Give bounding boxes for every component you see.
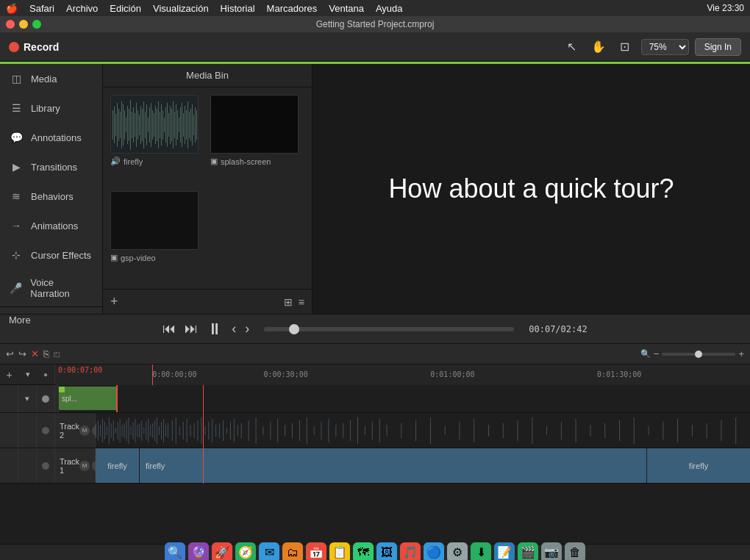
dock-siri[interactable]: 🔮: [188, 542, 209, 561]
dock-launchpad[interactable]: 🚀: [212, 542, 232, 561]
dock-trash[interactable]: 🗑: [565, 542, 585, 561]
sidebar-label-annotations: Annotations: [31, 132, 82, 143]
track3-in-marker: [59, 387, 65, 392]
track1-clip-long[interactable]: firefly: [140, 448, 647, 483]
menu-ayuda[interactable]: Ayuda: [376, 3, 403, 14]
svg-rect-137: [430, 417, 431, 444]
sidebar-item-transitions[interactable]: ▶ Transitions: [0, 152, 102, 182]
svg-rect-110: [226, 428, 227, 434]
menu-archivo[interactable]: Archivo: [66, 3, 98, 14]
svg-rect-40: [170, 106, 171, 144]
menu-ventana[interactable]: Ventana: [329, 3, 364, 14]
track3-clip[interactable]: spl...: [59, 387, 118, 410]
svg-rect-35: [162, 110, 163, 140]
svg-rect-130: [357, 417, 358, 444]
sidebar-item-animations[interactable]: → Animations: [0, 211, 102, 240]
dock-notes[interactable]: 📋: [329, 542, 350, 561]
track1-clip-short[interactable]: firefly: [96, 448, 140, 483]
dock-safari[interactable]: 🧭: [235, 542, 256, 561]
media-item-gsp-video[interactable]: ▣ gsp-video: [110, 191, 204, 281]
svg-rect-102: [197, 420, 198, 441]
sidebar-item-behaviors[interactable]: ≋ Behaviors: [0, 182, 102, 211]
svg-rect-91: [161, 422, 162, 439]
add-media-button[interactable]: +: [110, 294, 118, 309]
sidebar-item-library[interactable]: ☰ Library: [0, 93, 102, 123]
zoom-plus[interactable]: +: [738, 348, 744, 359]
track1-mute[interactable]: M: [79, 461, 90, 471]
traffic-lights[interactable]: [6, 20, 41, 29]
step-forward-button[interactable]: ›: [245, 321, 249, 337]
svg-rect-90: [159, 426, 160, 435]
minimize-button[interactable]: [19, 20, 28, 29]
apple-menu[interactable]: 🍎: [6, 3, 18, 14]
pointer-tool[interactable]: ↖: [562, 37, 582, 57]
sidebar-item-media[interactable]: ◫ Media: [0, 64, 102, 93]
sidebar-item-voice-narration[interactable]: 🎤 Voice Narration: [0, 270, 102, 306]
copy-button[interactable]: ⎘: [43, 348, 49, 359]
menu-edicion[interactable]: Edición: [110, 3, 141, 14]
sign-in-button[interactable]: Sign In: [695, 38, 741, 56]
crop-tool[interactable]: ⊡: [615, 37, 635, 57]
dock-settings[interactable]: ⚙: [447, 542, 468, 561]
time-display: 00:07/02:42: [529, 324, 587, 334]
svg-rect-19: [139, 115, 140, 135]
svg-rect-108: [219, 423, 220, 438]
svg-rect-111: [230, 422, 231, 439]
zoom-select[interactable]: 75% 100% 50%: [641, 39, 689, 55]
step-back-button[interactable]: ‹: [232, 321, 236, 337]
sidebar-item-cursor-effects[interactable]: ⊹ Cursor Effects: [0, 240, 102, 270]
list-view-button[interactable]: ≡: [299, 296, 304, 308]
dock-photos[interactable]: 🖼: [376, 542, 397, 561]
sidebar-item-annotations[interactable]: 💬 Annotations: [0, 123, 102, 152]
dock-word[interactable]: 📝: [494, 542, 515, 561]
zoom-track[interactable]: [662, 353, 735, 356]
zoom-out-icon[interactable]: 🔍: [640, 349, 651, 359]
dock-mail[interactable]: ✉: [259, 542, 279, 561]
grid-view-button[interactable]: ⊞: [284, 296, 293, 308]
transport-bar: ⏮ ⏭ ⏸ ‹ › 00:07/02:42: [0, 314, 750, 343]
dock-appstore[interactable]: 🔵: [424, 542, 444, 561]
paste-button[interactable]: ⏍: [54, 348, 60, 359]
menu-historial[interactable]: Historial: [221, 3, 255, 14]
close-button[interactable]: [6, 20, 15, 29]
sidebar-more[interactable]: More: [0, 306, 102, 333]
delete-button[interactable]: ✕: [31, 348, 39, 359]
zoom-control: 🔍 − +: [640, 348, 744, 359]
dock-music[interactable]: 🎵: [400, 542, 421, 561]
menu-safari[interactable]: Safari: [29, 3, 54, 14]
media-item-firefly[interactable]: 🔊 firefly: [110, 95, 204, 185]
sidebar-label-media: Media: [31, 73, 57, 85]
svg-rect-156: [707, 423, 707, 438]
dock-maps[interactable]: 🗺: [353, 542, 374, 561]
dock-download[interactable]: ⬇: [471, 542, 491, 561]
play-forward-button[interactable]: ⏭: [185, 321, 198, 337]
svg-rect-100: [190, 425, 191, 437]
dock-files[interactable]: 🗂: [282, 542, 303, 561]
pause-button[interactable]: ⏸: [207, 320, 223, 339]
zoom-minus[interactable]: −: [654, 348, 660, 359]
svg-rect-88: [154, 420, 155, 441]
add-track-button[interactable]: +: [6, 369, 12, 381]
track2-mute[interactable]: M: [79, 426, 90, 436]
progress-track[interactable]: [264, 327, 514, 331]
media-item-splash-screen[interactable]: ▣ splash-screen: [210, 95, 304, 185]
rewind-button[interactable]: ⏮: [162, 321, 176, 337]
undo-button[interactable]: ↩: [6, 348, 14, 359]
svg-rect-96: [176, 417, 176, 444]
dock-image-capture[interactable]: 📷: [541, 542, 562, 561]
record-button[interactable]: Record: [9, 41, 59, 53]
redo-button[interactable]: ↪: [18, 348, 26, 359]
hand-tool[interactable]: ✋: [588, 37, 609, 57]
svg-rect-22: [143, 101, 144, 148]
menu-marcadores[interactable]: Marcadores: [267, 3, 318, 14]
svg-rect-23: [145, 112, 146, 138]
dock-finder[interactable]: 🔍: [165, 542, 185, 561]
track2-name: Track 2: [60, 422, 79, 439]
dock-camtasia[interactable]: 🎬: [518, 542, 538, 561]
fullscreen-button[interactable]: [32, 20, 41, 29]
expand-button[interactable]: ▾: [26, 370, 30, 379]
menu-visualizacion[interactable]: Visualización: [153, 3, 209, 14]
svg-rect-77: [130, 426, 131, 435]
track1-clip-end[interactable]: firefly: [647, 448, 750, 483]
dock-calendar[interactable]: 📅: [306, 542, 326, 561]
